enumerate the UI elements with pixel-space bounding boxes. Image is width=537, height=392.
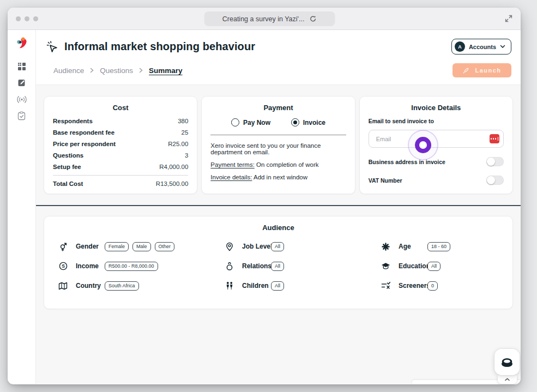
email-invoice-label: Email to send invoice to [369,118,504,124]
audience-item-country: CountrySouth Africa [58,276,225,295]
audience-chip[interactable]: 18 - 60 [427,242,450,251]
launch-label: Launch [475,67,501,74]
audience-item-chips: South Africa [105,281,139,291]
job-level-icon [225,242,234,251]
breadcrumb-audience[interactable]: Audience [53,67,84,75]
survey-edit-icon [17,79,26,87]
close-window-button[interactable] [16,16,21,21]
chevron-right-icon [90,68,94,73]
cursor-click-icon [46,40,59,53]
refresh-icon[interactable] [309,15,316,22]
page-title: Informal market shopping behaviour [64,40,255,53]
sidebar-item-surveys[interactable] [13,75,31,91]
chevron-right-icon [139,68,143,73]
widget-collapse-tab[interactable] [498,375,517,384]
children-icon [225,281,234,290]
help-widget-button[interactable] [494,349,520,375]
audience-item-income: SIncomeR500.00 - R8,000.00 [58,256,225,276]
app-sidebar [8,30,36,384]
audience-chip[interactable]: Female [105,242,129,251]
gender-icon [58,242,68,251]
summary-content: Cost Respondents 380 Base respondent fee… [36,85,521,384]
browser-window: Creating a survey in Yazi'... [8,8,521,384]
income-icon: S [58,262,68,270]
invoice-details-card: Invoice Details Email to send invoice to… [359,96,513,194]
cost-row-base-fee: Base respondent fee 25 [53,126,188,138]
audience-item-children: ChildrenAll [225,276,381,295]
radio-circle-unselected [231,118,239,126]
vat-number-row: VAT Number [369,176,504,185]
rocket-icon [462,67,469,74]
audience-item-chips: FemaleMaleOther [105,242,174,251]
chevron-up-icon [505,378,510,381]
audience-item-label: Country [76,282,105,290]
audience-chip[interactable]: All [271,242,284,251]
breadcrumb-summary[interactable]: Summary [149,67,183,75]
payment-note: Xero invoice sent to you or your finance… [210,142,346,155]
payment-invoice-details: Invoice details: Add in next window [210,174,346,180]
cost-total-row: Total Cost R13,500.00 [53,175,188,187]
audience-item-label: Income [76,262,105,270]
svg-text:S: S [62,263,65,269]
audience-title: Audience [58,224,498,232]
audience-chip[interactable]: 0 [427,281,438,291]
chevron-down-icon [500,45,505,49]
audience-item-screeners: Screeners0 [381,276,498,295]
traffic-lights [16,16,38,21]
dashboard-grid-icon [17,62,26,71]
audience-item-chips: All [271,262,284,271]
pay-now-radio[interactable]: Pay Now [231,118,270,126]
sidebar-item-clipboard[interactable] [13,107,31,124]
fullscreen-icon[interactable] [505,15,512,22]
audience-chip[interactable]: R500.00 - R8,000.00 [105,262,158,271]
audience-chip[interactable]: Other [155,242,175,251]
audience-item-label: Age [399,243,427,250]
audience-chip[interactable]: Male [132,242,151,251]
breadcrumb-questions[interactable]: Questions [100,67,133,75]
audience-item-chips: All [271,281,284,291]
accounts-dropdown[interactable]: A Accounts [451,39,511,55]
browser-titlebar: Creating a survey in Yazi'... [8,8,521,30]
invoice-radio[interactable]: Invoice [291,118,325,126]
audience-item-label: Relationship [242,262,271,270]
password-manager-autofill-icon[interactable] [490,134,499,143]
page-header: Informal market shopping behaviour A Acc… [36,30,521,85]
yazi-logo-icon [15,37,29,51]
audience-item-label: Job Level [242,243,271,250]
country-icon [58,282,68,290]
audience-chip[interactable]: South Africa [105,281,139,291]
audience-item-job-level: Job LevelAll [225,237,381,256]
section-divider [36,205,521,206]
audience-chip[interactable]: All [427,262,441,271]
cost-title: Cost [53,104,188,112]
audience-card: Audience GenderFemaleMaleOtherJob LevelA… [44,216,513,309]
audience-item-chips: All [271,242,284,251]
audience-item-education: EducationAll [381,256,498,276]
yazi-logo[interactable] [13,35,31,52]
audience-item-gender: GenderFemaleMaleOther [58,237,225,256]
minimize-window-button[interactable] [25,16,29,21]
zoom-window-button[interactable] [33,16,38,21]
payment-card: Payment Pay Now Invoice [201,96,355,194]
audience-item-chips: 0 [427,281,438,291]
audience-item-chips: 18 - 60 [427,242,450,251]
launch-button[interactable]: Launch [452,63,511,77]
relationship-icon [225,262,234,271]
sidebar-item-broadcast[interactable] [13,91,31,107]
sidebar-item-dashboard[interactable] [13,58,31,75]
breadcrumb: Audience Questions Summary [53,67,183,75]
payment-terms: Payment terms: On completion of work [210,161,346,168]
business-address-row: Business address in invoice [369,157,504,166]
broadcast-icon [16,95,27,104]
email-input[interactable] [369,130,504,148]
audience-item-label: Screeners [399,282,427,290]
audience-chip[interactable]: All [271,262,284,271]
audience-chip[interactable]: All [271,281,284,291]
vat-number-toggle[interactable] [486,176,504,185]
audience-item-chips: R500.00 - R8,000.00 [105,262,158,271]
audience-item-label: Children [242,282,271,290]
payment-title: Payment [210,104,346,112]
business-address-toggle[interactable] [486,157,504,166]
cost-row-setup-fee: Setup fee R4,000.00 [53,161,188,172]
address-bar[interactable]: Creating a survey in Yazi'... [204,11,335,26]
